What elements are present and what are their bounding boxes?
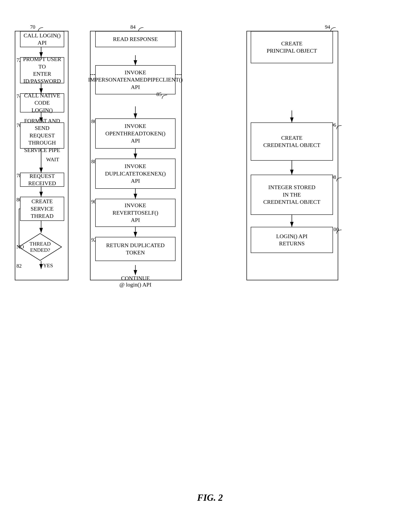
- diagram-container: 70 CALL login() API 72 PROMPT USER TO EN…: [12, 12, 408, 507]
- box-read-response: READ RESPONSE: [95, 31, 175, 47]
- figure-caption: FIG. 2: [0, 492, 420, 503]
- box-request-received: REQUEST RECEIVED: [20, 173, 64, 187]
- box-call-login-api: CALL login() API: [20, 31, 64, 47]
- box-prompt-user: PROMPT USER TO ENTER ID/PASSWORD: [20, 57, 64, 83]
- box-invoke-openthread: INVOKE OpenThreadToken() API: [95, 118, 175, 148]
- continue-text: CONTINUE @ login() API: [95, 275, 175, 288]
- box-format-send: FORMAT AND SEND REQUEST THROUGH SERVICE …: [20, 123, 64, 148]
- ref100-curve: [333, 229, 343, 234]
- diamond-text: THREAD ENDED?: [24, 241, 56, 253]
- ref98-curve: [333, 177, 343, 182]
- ref85-curve: [158, 94, 168, 99]
- box-invoke-impersonate: INVOKE ImpersonateNamedPipeClient() API: [95, 65, 175, 94]
- box-return-duplicated: RETURN DUPLICATED TOKEN: [95, 237, 175, 261]
- wait-label: WAIT: [46, 157, 59, 163]
- ref96-curve: [333, 125, 343, 130]
- diamond-thread-ended: THREAD ENDED?: [18, 233, 62, 261]
- no-label: NO: [16, 244, 24, 250]
- box-invoke-reverttoself: INVOKE RevertToSelf() API: [95, 199, 175, 227]
- arrows-svg: [12, 12, 408, 507]
- box-login-returns: Login() API RETURNS: [251, 227, 333, 253]
- box-create-service-thread: CREATE SERVICE THREAD: [20, 197, 64, 221]
- box-integer-stored: INTEGER STORED IN THE CREDENTIAL OBJECT: [251, 175, 333, 215]
- box-call-native: CALL NATIVE CODE login(): [20, 93, 64, 112]
- box-create-principal: CREATE PRINCIPAL OBJECT: [251, 31, 333, 63]
- box-invoke-duplicatetoken: INVOKE DuplicateTokenEx() API: [95, 159, 175, 189]
- ref-82: 82: [16, 263, 22, 269]
- box-create-credential: CREATE CREDENTIAL OBJECT: [251, 123, 333, 161]
- yes-label: YES: [43, 263, 53, 269]
